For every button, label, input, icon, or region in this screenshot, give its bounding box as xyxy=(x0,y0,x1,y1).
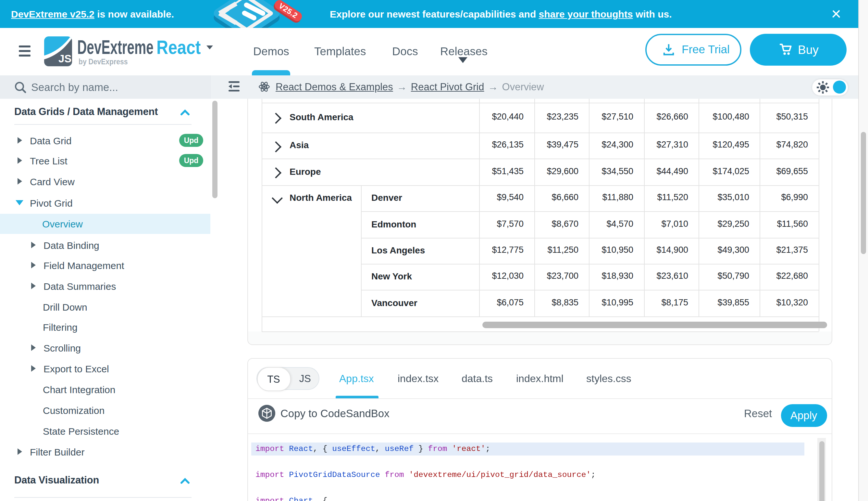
svg-text:JS: JS xyxy=(58,52,72,64)
